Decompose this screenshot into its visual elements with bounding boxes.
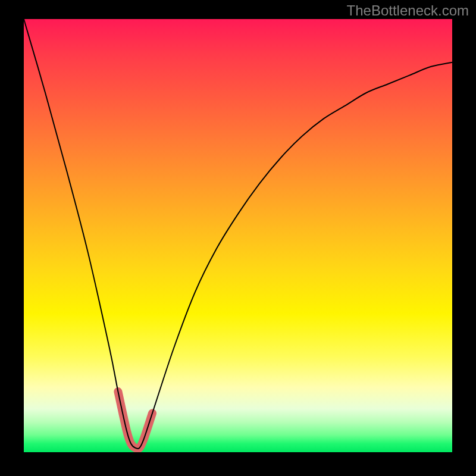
watermark-text: TheBottleneck.com xyxy=(347,2,469,19)
bottleneck-curve xyxy=(24,19,452,449)
chart-plot-area xyxy=(24,19,452,452)
chart-svg xyxy=(24,19,452,452)
healthy-region-highlight xyxy=(118,392,152,449)
